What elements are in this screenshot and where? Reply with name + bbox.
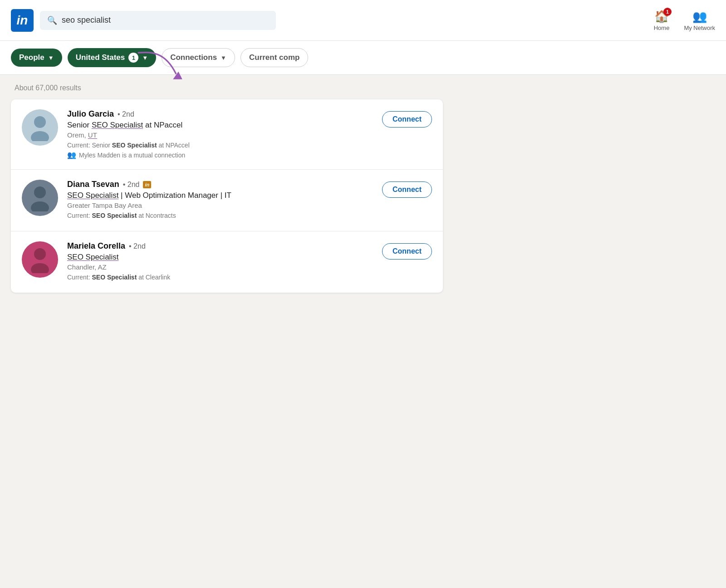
mariela-current-bold: SEO Specialist: [92, 274, 137, 281]
julio-name: Julio Garcia: [67, 109, 114, 119]
diana-current: Current: SEO Specialist at Ncontracts: [67, 212, 375, 219]
filter-connections[interactable]: Connections ▼: [162, 48, 235, 67]
diana-degree: • 2nd: [123, 181, 140, 189]
connect-btn-mariela[interactable]: Connect: [382, 243, 432, 260]
mariela-avatar-image: [29, 246, 51, 273]
header: in 🔍 🏠 1 Home 👥 My Network: [0, 0, 726, 41]
julio-info: Julio Garcia • 2nd Senior SEO Specialist…: [67, 109, 375, 159]
julio-location: Orem, UT: [67, 131, 375, 139]
julio-title: Senior SEO Specialist at NPaccel: [67, 121, 375, 130]
filter-people[interactable]: People ▼: [11, 49, 62, 67]
mutual-icon: 👥: [67, 151, 76, 159]
mariela-title-highlight: SEO Specialist: [67, 253, 118, 261]
filter-current-company-label: Current comp: [249, 53, 299, 62]
results-area: About 67,000 results Julio Garcia • 2nd …: [0, 75, 454, 302]
julio-location-highlight: UT: [88, 131, 97, 139]
mariela-info: Mariela Corella • 2nd SEO Specialist Cha…: [67, 241, 375, 283]
search-input[interactable]: [62, 15, 269, 25]
mariela-name: Mariela Corella: [67, 241, 125, 251]
my-network-label: My Network: [684, 24, 715, 31]
avatar-mariela[interactable]: [22, 241, 58, 278]
filter-connections-chevron: ▼: [221, 54, 226, 61]
avatar-julio[interactable]: [22, 109, 58, 146]
mariela-name-row: Mariela Corella • 2nd: [67, 241, 375, 251]
diana-name-row: Diana Tsevan • 2nd in: [67, 180, 375, 189]
results-list: Julio Garcia • 2nd Senior SEO Specialist…: [11, 99, 443, 293]
svg-point-1: [34, 116, 46, 128]
mariela-current: Current: SEO Specialist at Clearlink: [67, 274, 375, 281]
person-card-diana: Diana Tsevan • 2nd in SEO Specialist | W…: [11, 170, 443, 231]
search-bar-container: 🔍: [40, 11, 276, 30]
julio-degree: • 2nd: [118, 110, 134, 118]
diana-current-bold: SEO Specialist: [92, 212, 137, 219]
julio-current-bold: SEO Specialist: [112, 142, 157, 149]
filter-bar: People ▼ United States 1 ▼ Connections ▼…: [0, 41, 726, 75]
results-count: About 67,000 results: [11, 84, 443, 92]
julio-avatar-image: [29, 114, 51, 141]
filter-current-company[interactable]: Current comp: [240, 48, 308, 67]
diana-title-highlight: SEO Specialist: [67, 191, 118, 200]
diana-linkedin-badge: in: [143, 181, 151, 188]
julio-mutual-text: Myles Madden is a mutual connection: [79, 152, 185, 159]
julio-title-highlight: SEO Specialist: [92, 121, 143, 129]
filter-united-states[interactable]: United States 1 ▼: [68, 48, 157, 67]
filter-us-label: United States: [76, 53, 125, 62]
nav-home[interactable]: 🏠 1 Home: [654, 10, 670, 31]
filter-people-chevron: ▼: [48, 54, 54, 61]
home-label: Home: [654, 24, 670, 31]
avatar-diana[interactable]: [22, 180, 58, 216]
diana-title: SEO Specialist | Web Optimization Manage…: [67, 191, 375, 200]
person-card-mariela: Mariela Corella • 2nd SEO Specialist Cha…: [11, 231, 443, 293]
mariela-degree: • 2nd: [129, 242, 146, 250]
diana-location: Greater Tampa Bay Area: [67, 201, 375, 209]
julio-current: Current: Senior SEO Specialist at NPAcce…: [67, 142, 375, 149]
diana-name: Diana Tsevan: [67, 180, 119, 189]
filter-us-badge: 1: [128, 53, 138, 63]
julio-name-row: Julio Garcia • 2nd: [67, 109, 375, 119]
home-icon: 🏠 1: [654, 10, 669, 24]
header-nav: 🏠 1 Home 👥 My Network: [654, 10, 715, 31]
svg-point-3: [34, 186, 46, 198]
connect-btn-diana[interactable]: Connect: [382, 181, 432, 198]
diana-avatar-image: [29, 184, 51, 211]
nav-my-network[interactable]: 👥 My Network: [684, 10, 715, 31]
svg-point-2: [31, 131, 49, 141]
julio-mutual: 👥 Myles Madden is a mutual connection: [67, 151, 375, 159]
diana-info: Diana Tsevan • 2nd in SEO Specialist | W…: [67, 180, 375, 221]
filter-connections-label: Connections: [170, 53, 217, 62]
filter-people-label: People: [19, 53, 44, 62]
home-notification-badge: 1: [663, 8, 672, 16]
svg-point-5: [34, 248, 46, 260]
svg-point-4: [31, 201, 49, 211]
filter-us-chevron: ▼: [142, 54, 148, 61]
connect-btn-julio[interactable]: Connect: [382, 111, 432, 127]
linkedin-logo[interactable]: in: [11, 9, 34, 32]
person-card-julio: Julio Garcia • 2nd Senior SEO Specialist…: [11, 99, 443, 170]
mariela-location: Chandler, AZ: [67, 263, 375, 271]
mariela-title: SEO Specialist: [67, 253, 375, 262]
svg-point-6: [31, 263, 49, 273]
my-network-icon: 👥: [692, 10, 707, 24]
search-icon: 🔍: [47, 15, 57, 25]
